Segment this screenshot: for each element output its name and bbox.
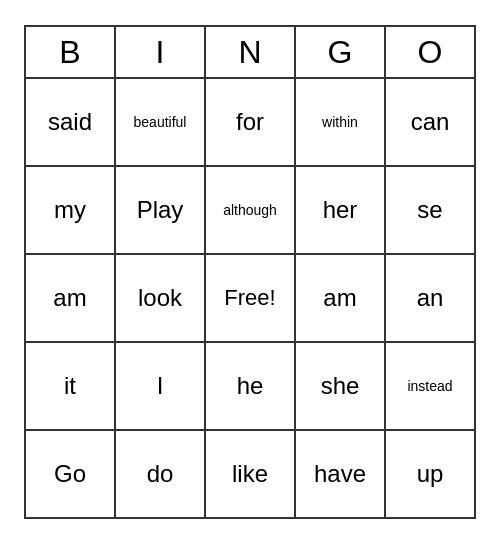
cell-content: he: [237, 372, 264, 400]
bingo-cell-2-4: an: [386, 255, 476, 343]
cell-content: do: [147, 460, 174, 488]
bingo-row-2: amlookFree!aman: [26, 255, 476, 343]
cell-content: can: [411, 108, 450, 136]
header-letter: B: [59, 34, 80, 71]
bingo-cell-4-4: up: [386, 431, 476, 519]
cell-content: my: [54, 196, 86, 224]
cell-content: for: [236, 108, 264, 136]
cell-content: up: [417, 460, 444, 488]
cell-content: I: [157, 372, 164, 400]
header-row: BINGO: [26, 27, 476, 79]
header-cell-o: O: [386, 27, 476, 79]
cell-content: Free!: [224, 285, 275, 311]
header-letter: G: [328, 34, 353, 71]
header-cell-g: G: [296, 27, 386, 79]
cell-content: like: [232, 460, 268, 488]
cell-content: an: [417, 284, 444, 312]
cell-content: Go: [54, 460, 86, 488]
cell-content: have: [314, 460, 366, 488]
bingo-cell-3-2: he: [206, 343, 296, 431]
bingo-cell-3-0: it: [26, 343, 116, 431]
bingo-cell-0-1: beautiful: [116, 79, 206, 167]
bingo-cell-2-1: look: [116, 255, 206, 343]
bingo-cell-4-3: have: [296, 431, 386, 519]
bingo-card: BINGOsaidbeautifulforwithincanmyPlayalth…: [24, 25, 476, 519]
header-cell-b: B: [26, 27, 116, 79]
bingo-row-3: itIhesheinstead: [26, 343, 476, 431]
bingo-cell-2-2: Free!: [206, 255, 296, 343]
cell-content: within: [322, 114, 358, 130]
cell-content: Play: [137, 196, 184, 224]
cell-content: it: [64, 372, 76, 400]
bingo-cell-3-1: I: [116, 343, 206, 431]
bingo-cell-3-4: instead: [386, 343, 476, 431]
bingo-cell-1-3: her: [296, 167, 386, 255]
cell-content: se: [417, 196, 442, 224]
cell-content: her: [323, 196, 358, 224]
cell-content: look: [138, 284, 182, 312]
cell-content: am: [53, 284, 86, 312]
cell-content: instead: [407, 378, 452, 394]
bingo-cell-1-1: Play: [116, 167, 206, 255]
header-cell-i: I: [116, 27, 206, 79]
header-cell-n: N: [206, 27, 296, 79]
cell-content: she: [321, 372, 360, 400]
bingo-cell-3-3: she: [296, 343, 386, 431]
bingo-cell-0-4: can: [386, 79, 476, 167]
bingo-cell-4-2: like: [206, 431, 296, 519]
bingo-cell-4-0: Go: [26, 431, 116, 519]
cell-content: said: [48, 108, 92, 136]
bingo-row-4: Godolikehaveup: [26, 431, 476, 519]
bingo-cell-0-3: within: [296, 79, 386, 167]
bingo-cell-1-2: although: [206, 167, 296, 255]
cell-content: although: [223, 202, 277, 218]
bingo-cell-0-0: said: [26, 79, 116, 167]
header-letter: N: [238, 34, 261, 71]
bingo-cell-2-0: am: [26, 255, 116, 343]
bingo-cell-4-1: do: [116, 431, 206, 519]
cell-content: beautiful: [134, 114, 187, 130]
bingo-cell-0-2: for: [206, 79, 296, 167]
bingo-cell-1-4: se: [386, 167, 476, 255]
header-letter: I: [156, 34, 165, 71]
bingo-row-0: saidbeautifulforwithincan: [26, 79, 476, 167]
bingo-cell-1-0: my: [26, 167, 116, 255]
cell-content: am: [323, 284, 356, 312]
bingo-cell-2-3: am: [296, 255, 386, 343]
header-letter: O: [418, 34, 443, 71]
bingo-row-1: myPlayalthoughherse: [26, 167, 476, 255]
